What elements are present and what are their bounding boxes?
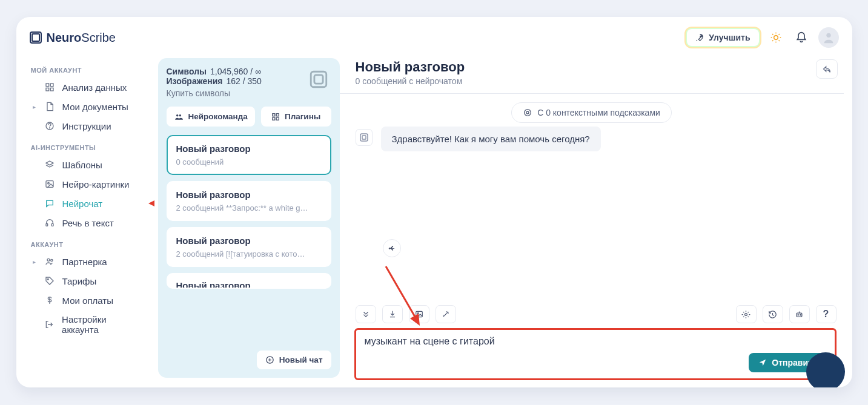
- annotation-arrow-icon: [147, 197, 154, 209]
- chat-list-item[interactable]: Новый разговор 2 сообщений **Запрос:** a…: [167, 181, 331, 221]
- sidebar-item-label: Мои оплаты: [62, 295, 113, 306]
- settings-button[interactable]: [736, 305, 757, 323]
- document-icon: [44, 101, 55, 112]
- upgrade-button[interactable]: Улучшить: [687, 29, 758, 46]
- download-button[interactable]: [382, 305, 403, 323]
- context-pill[interactable]: С 0 контекстными подсказками: [511, 102, 672, 123]
- neuroteam-label: Нейрокоманда: [188, 112, 248, 121]
- help-button[interactable]: ?: [816, 305, 837, 323]
- sidebar-item-plans[interactable]: Тарифы: [27, 271, 150, 291]
- chat-list-item[interactable]: Новый разговор: [167, 273, 331, 289]
- rocket-icon: [695, 33, 704, 42]
- headphones-icon: [44, 217, 55, 228]
- svg-point-30: [417, 313, 419, 314]
- sidebar-item-payments[interactable]: Мои оплаты: [27, 291, 150, 310]
- sidebar-item-speech[interactable]: Речь в текст: [27, 213, 150, 232]
- svg-point-15: [47, 278, 48, 280]
- svg-point-10: [47, 182, 49, 184]
- svg-rect-20: [273, 113, 275, 116]
- neuroscribe-icon: [306, 67, 331, 92]
- chat-title: Новый разговор: [176, 189, 322, 200]
- new-chat-button[interactable]: Новый чат: [257, 351, 331, 369]
- attach-image-button[interactable]: [409, 305, 429, 323]
- plus-circle-icon: [265, 355, 274, 364]
- bell-icon: [795, 31, 807, 44]
- chat-main: Новый разговор 0 сообщений с нейрочатом …: [340, 58, 844, 387]
- theme-toggle-button[interactable]: [767, 29, 784, 46]
- sidebar-item-label: Настройки аккаунта: [62, 314, 144, 335]
- svg-point-13: [47, 258, 50, 261]
- sun-icon: [770, 31, 782, 44]
- history-icon: [768, 310, 777, 319]
- svg-point-33: [798, 314, 798, 315]
- sidebar-item-documents[interactable]: ▸ Мои документы: [27, 97, 150, 116]
- sidebar-item-images[interactable]: Нейро-картинки: [27, 174, 150, 194]
- layers-icon: [44, 159, 55, 170]
- user-avatar[interactable]: [818, 27, 839, 48]
- notifications-button[interactable]: [793, 29, 810, 46]
- plugins-button[interactable]: Плагины: [261, 107, 331, 127]
- svg-point-8: [49, 128, 50, 128]
- sidebar-section-ai-tools: AI-ИНСТРУМЕНТЫ: [27, 136, 150, 155]
- plugin-icon: [271, 113, 280, 121]
- logout-icon: [44, 319, 55, 330]
- chat-title-heading: Новый разговор: [356, 59, 465, 75]
- svg-rect-27: [360, 134, 368, 141]
- svg-rect-9: [46, 181, 53, 188]
- collapse-panel-button[interactable]: ←: [383, 239, 401, 257]
- image-icon: [44, 179, 55, 189]
- history-button[interactable]: [763, 305, 783, 323]
- chat-list-item[interactable]: Новый разговор 0 сообщений: [167, 135, 331, 175]
- plugins-label: Плагины: [285, 112, 320, 121]
- magic-button[interactable]: [436, 305, 456, 323]
- sidebar-item-help[interactable]: Инструкции: [27, 116, 150, 136]
- grid-icon: [44, 82, 55, 93]
- chat-title: Новый разговор: [176, 143, 322, 154]
- prompt-input[interactable]: музыкант на сцене с гитарой: [365, 336, 826, 347]
- svg-point-31: [745, 313, 747, 315]
- chat-title: Новый разговор: [176, 235, 322, 246]
- wand-icon: [442, 310, 450, 318]
- share-button[interactable]: [816, 59, 838, 79]
- svg-rect-28: [362, 136, 366, 139]
- bot-avatar-icon: [356, 129, 373, 146]
- gear-icon: [741, 310, 750, 319]
- svg-point-18: [176, 114, 178, 116]
- sidebar-item-label: Шаблоны: [62, 160, 102, 170]
- svg-rect-5: [46, 88, 49, 91]
- sidebar-item-settings[interactable]: Настройки аккаунта: [27, 310, 150, 339]
- buy-symbols-link[interactable]: Купить символы: [167, 88, 262, 98]
- svg-rect-12: [51, 223, 53, 226]
- svg-rect-17: [314, 75, 322, 84]
- tag-icon: [44, 275, 55, 286]
- sidebar-item-templates[interactable]: Шаблоны: [27, 155, 150, 174]
- chat-subtitle: 0 сообщений: [176, 157, 322, 166]
- images-value: 162 / 350: [226, 76, 261, 86]
- chevrons-down-icon: [362, 310, 370, 318]
- sidebar-item-label: Анализ данных: [62, 82, 127, 93]
- svg-rect-4: [50, 84, 53, 87]
- brand-name-light: Scribe: [81, 31, 116, 44]
- sidebar-item-label: Партнерка: [62, 257, 107, 267]
- help-bubble-icon[interactable]: [806, 352, 845, 387]
- chat-subtitle: 2 сообщений **Запрос:** a white g…: [176, 203, 322, 212]
- sidebar-item-label: Тарифы: [62, 276, 97, 286]
- brand[interactable]: NeuroScribe: [30, 31, 116, 45]
- sidebar-item-neurochat[interactable]: Нейрочат: [27, 194, 150, 213]
- sidebar-item-affiliate[interactable]: ▸ Партнерка: [27, 252, 150, 271]
- svg-rect-21: [276, 113, 279, 116]
- expand-button[interactable]: [356, 305, 376, 323]
- bot-button[interactable]: [789, 305, 810, 323]
- chat-list-item[interactable]: Новый разговор 2 сообщений [![татуировка…: [167, 227, 331, 267]
- sidebar-nav: МОЙ АККАУНТ Анализ данных ▸ Мои документ…: [16, 58, 154, 387]
- sidebar-item-analytics[interactable]: Анализ данных: [27, 77, 150, 97]
- chat-subtitle: 2 сообщений [![татуировка с кото…: [176, 249, 322, 258]
- svg-point-14: [50, 259, 52, 261]
- target-icon: [523, 108, 532, 117]
- neuroteam-button[interactable]: Нейрокоманда: [167, 107, 255, 127]
- upgrade-label: Улучшить: [709, 33, 750, 42]
- symbols-value: 1,045,960 / ∞: [210, 67, 261, 76]
- svg-point-19: [179, 114, 181, 116]
- prompt-input-area: музыкант на сцене с гитарой Отправить: [354, 328, 837, 380]
- sidebar-item-label: Инструкции: [62, 121, 111, 131]
